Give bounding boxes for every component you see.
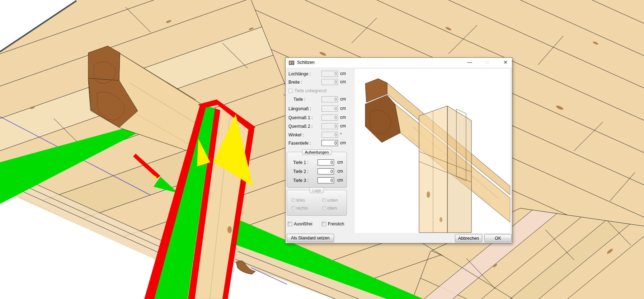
ausrissfrei-checkbox[interactable] <box>288 222 292 226</box>
group-caption: Aufweitungen <box>302 149 332 155</box>
field-row: Quermaß 1 : cm <box>286 115 354 121</box>
field-label: Tiefe 1 : <box>293 160 309 165</box>
dialog-titlebar[interactable]: Schlitzen — □ ✕ <box>286 58 512 67</box>
schlitzen-dialog: Schlitzen — □ ✕ Lochlänge : cm Breite : … <box>285 57 512 243</box>
field-label: Breite : <box>288 80 302 85</box>
quermass2-input <box>321 123 338 129</box>
field-label: Tiefe 3 : <box>293 178 309 183</box>
set-default-button[interactable]: Als Standard setzen <box>287 234 334 242</box>
field-label: Quermaß 1 : <box>288 115 312 120</box>
quermass1-input <box>321 115 338 121</box>
radio-label: rechts <box>296 206 308 211</box>
group-caption: Lage <box>310 187 324 193</box>
freistich-checkbox[interactable] <box>322 222 326 226</box>
radio-unten <box>322 198 326 202</box>
close-button[interactable]: ✕ <box>499 58 512 67</box>
unit-label: cm <box>340 97 346 102</box>
breite-input <box>321 79 338 85</box>
field-row: Breite : cm <box>286 79 354 85</box>
field-label: Quermaß 2 : <box>288 124 312 129</box>
radio-label: links <box>296 198 305 203</box>
field-row: Quermaß 2 : cm <box>286 123 354 130</box>
unit-label: cm <box>340 140 346 145</box>
checkbox-label: Freistich <box>328 221 344 226</box>
field-row: Lochlänge : cm <box>286 71 354 77</box>
radio-rechts <box>291 206 295 210</box>
field-label: Tiefe 2 : <box>293 169 309 174</box>
aufweitungen-group: Aufweitungen Tiefe 1 : cm Tiefe 2 : cm T… <box>287 152 347 188</box>
field-row: Fasentiefe : cm <box>286 140 354 146</box>
tiefe-unbegrenzt-checkbox <box>288 89 293 93</box>
field-label: Winkel : <box>288 132 304 137</box>
checkbox-label: Ausrißfrei <box>294 221 312 226</box>
field-row: Längsmaß : cm <box>286 106 354 112</box>
unit-label: cm <box>340 106 346 111</box>
cancel-button[interactable]: Abbrechen <box>455 234 482 242</box>
unit-label: cm <box>340 123 346 129</box>
fasentiefe-input[interactable] <box>321 140 338 146</box>
checkbox-label: Tiefe unbegrenzt <box>295 88 327 93</box>
tiefe2-input[interactable] <box>318 168 334 174</box>
unit-label: cm <box>337 160 343 165</box>
unit-label: ° <box>340 132 342 137</box>
minimize-button[interactable]: — <box>464 58 476 67</box>
radio-label: unten <box>327 198 338 203</box>
preview-post <box>419 106 471 233</box>
radio-oben <box>322 206 326 210</box>
lage-group: Lage links unten rechts oben <box>287 190 347 216</box>
tiefe3-input[interactable] <box>318 177 334 183</box>
unit-label: cm <box>337 178 343 183</box>
field-label: Lochlänge : <box>288 71 311 76</box>
joint-preview[interactable] <box>355 69 510 233</box>
maximize-button: □ <box>481 58 493 67</box>
field-row: Tiefe : cm <box>286 96 354 103</box>
field-row: Winkel : ° <box>286 132 354 138</box>
unit-label: cm <box>340 115 346 120</box>
field-label: Fasentiefe : <box>288 141 311 146</box>
tiefe1-input[interactable] <box>318 159 334 165</box>
radio-label: oben <box>327 206 337 211</box>
field-label: Tiefe : <box>293 97 305 102</box>
dialog-title: Schlitzen <box>297 60 315 65</box>
unit-label: cm <box>340 71 346 76</box>
ok-button[interactable]: OK <box>484 234 512 242</box>
slot-icon <box>289 60 295 66</box>
unit-label: cm <box>337 169 343 174</box>
winkel-input <box>321 132 338 138</box>
laengsmass-input <box>321 106 338 112</box>
tiefe-input <box>321 96 338 102</box>
lochlaenge-input <box>321 71 338 77</box>
checkbox-row: Tiefe unbegrenzt <box>286 88 354 95</box>
unit-label: cm <box>340 79 346 84</box>
field-label: Längsmaß : <box>288 106 311 111</box>
radio-links <box>291 198 295 202</box>
